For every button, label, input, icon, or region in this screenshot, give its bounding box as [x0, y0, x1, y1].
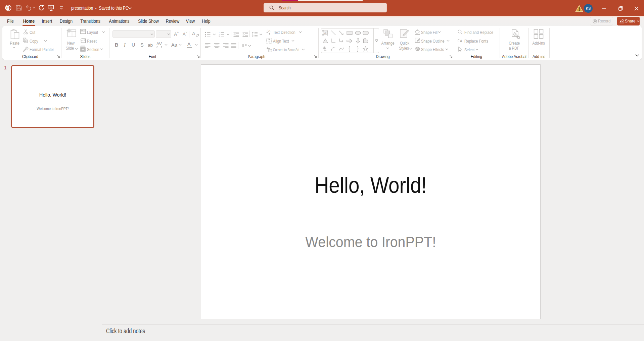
svg-text:A: A: [460, 39, 462, 43]
svg-text:A: A: [324, 32, 326, 35]
svg-text:A: A: [268, 29, 270, 33]
svg-text:3: 3: [219, 35, 220, 37]
svg-text:P: P: [6, 6, 9, 10]
